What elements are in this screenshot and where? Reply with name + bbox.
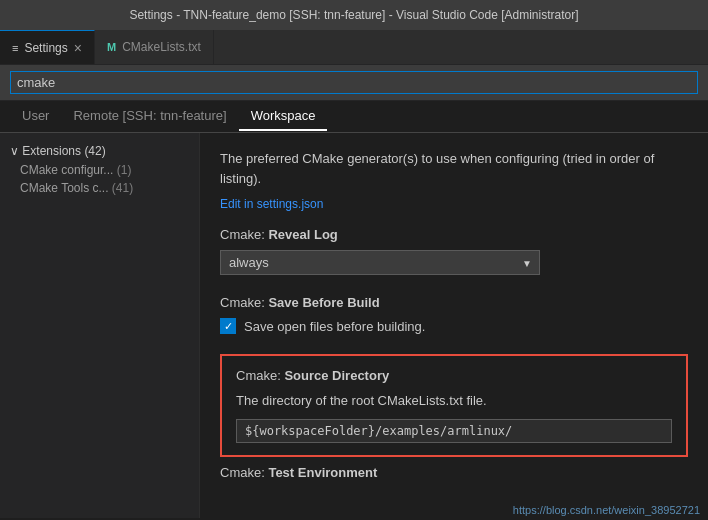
settings-tabs: User Remote [SSH: tnn-feature] Workspace	[0, 101, 708, 133]
tab-workspace[interactable]: Workspace	[239, 102, 328, 131]
tab-cmakelists[interactable]: M CMakeLists.txt	[95, 30, 214, 64]
sidebar-item-cmake-configure[interactable]: CMake configur... (1)	[0, 161, 199, 179]
settings-content: The preferred CMake generator(s) to use …	[200, 133, 708, 518]
reveal-log-select[interactable]: always never onProblem	[220, 250, 540, 275]
settings-tab-label: Settings	[24, 41, 67, 55]
reveal-log-select-wrapper: always never onProblem ▼	[220, 250, 540, 275]
save-before-build-checkbox-row: ✓ Save open files before building.	[220, 318, 688, 334]
source-directory-description: The directory of the root CMakeLists.txt…	[236, 391, 672, 411]
tab-user[interactable]: User	[10, 102, 61, 131]
bottom-url: https://blog.csdn.net/weixin_38952721	[513, 504, 700, 516]
cmakelists-tab-label: CMakeLists.txt	[122, 40, 201, 54]
cmakelists-tab-icon: M	[107, 41, 116, 53]
search-bar	[0, 65, 708, 101]
edit-settings-json-link[interactable]: Edit in settings.json	[220, 197, 323, 211]
sidebar-item-cmake-tools[interactable]: CMake Tools c... (41)	[0, 179, 199, 197]
title-text: Settings - TNN-feature_demo [SSH: tnn-fe…	[129, 8, 578, 22]
settings-tab-close[interactable]: ×	[74, 41, 82, 55]
save-before-build-checkbox[interactable]: ✓	[220, 318, 236, 334]
tab-remote[interactable]: Remote [SSH: tnn-feature]	[61, 102, 238, 131]
settings-tab-icon: ≡	[12, 42, 18, 54]
sidebar-section-extensions[interactable]: ∨ Extensions (42)	[0, 141, 199, 161]
title-bar: Settings - TNN-feature_demo [SSH: tnn-fe…	[0, 0, 708, 30]
checkmark-icon: ✓	[224, 320, 233, 333]
main-area: ∨ Extensions (42) CMake configur... (1) …	[0, 133, 708, 518]
tab-settings[interactable]: ≡ Settings ×	[0, 30, 95, 64]
search-input[interactable]	[10, 71, 698, 94]
save-before-build-block: Cmake: Save Before Build ✓ Save open fil…	[220, 295, 688, 334]
save-before-build-checkbox-label: Save open files before building.	[244, 319, 425, 334]
reveal-log-label: Cmake: Reveal Log	[220, 227, 688, 242]
source-directory-value[interactable]: ${workspaceFolder}/examples/armlinux/	[236, 419, 672, 443]
save-before-build-label: Cmake: Save Before Build	[220, 295, 688, 310]
source-directory-label: Cmake: Source Directory	[236, 368, 672, 383]
tab-bar: ≡ Settings × M CMakeLists.txt	[0, 30, 708, 65]
sidebar: ∨ Extensions (42) CMake configur... (1) …	[0, 133, 200, 518]
setting-description: The preferred CMake generator(s) to use …	[220, 149, 688, 188]
cmake-test-environment-label: Cmake: Test Environment	[220, 457, 688, 480]
reveal-log-block: Cmake: Reveal Log always never onProblem…	[220, 227, 688, 275]
source-directory-block: Cmake: Source Directory The directory of…	[220, 354, 688, 457]
